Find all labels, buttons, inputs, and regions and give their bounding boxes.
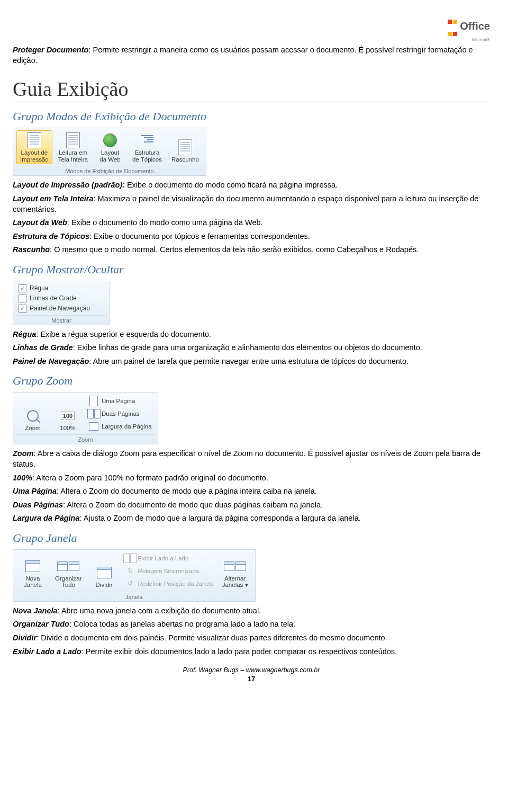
page-number: 17 [13, 675, 490, 683]
btn-rolagem-sincronizada: ⇅ Rolagem Sincronizada [123, 565, 216, 577]
split-icon [96, 565, 112, 581]
sec2-line2: Linhas de Grade: Exibe linhas de grade p… [13, 343, 490, 353]
btn-alternar-janelas[interactable]: Alternar Janelas ▾ [219, 556, 252, 590]
chk-painel-navegacao-row[interactable]: ✓ Painel de Navegação [16, 304, 106, 314]
checkbox-icon [19, 295, 26, 302]
draft-icon [177, 139, 193, 155]
section3-heading: Grupo Zoom [13, 374, 490, 388]
btn-leitura-tela-inteira[interactable]: Leitura em Tela Inteira [55, 130, 92, 164]
sec3-line3: Uma Página: Altera o Zoom do documento d… [13, 486, 490, 497]
percent-100-icon: 100 [60, 408, 76, 424]
arrange-all-icon [60, 558, 76, 574]
btn-layout-impressao[interactable]: Layout de Impressão [16, 130, 52, 164]
outline-icon [139, 132, 155, 148]
sec4-line4: Exibir Lado a Lado: Permite exibir dois … [13, 647, 490, 657]
one-page-icon [89, 396, 98, 406]
sec3-line5: Largura da Página: Ajusta o Zoom de modo… [13, 513, 490, 524]
sec1-line1: Layout de Impressão (padrão): Exibe o do… [13, 180, 490, 191]
ribbon-zoom: Zoom 100 100% Uma Página Duas Páginas La… [13, 392, 158, 444]
new-window-icon [25, 558, 41, 574]
sec4-line3: Dividir: Divide o documento em dois pain… [13, 633, 490, 644]
btn-organizar-tudo[interactable]: Organizar Tudo [51, 556, 86, 590]
ribbon-group-label: Janela [16, 592, 252, 601]
sec1-line2: Layout em Tela Inteira: Maximiza o paine… [13, 194, 490, 215]
web-layout-icon [102, 132, 118, 148]
ribbon-janela: Nova Janela Organizar Tudo Dividir Exibi… [13, 549, 256, 602]
magnifier-icon [25, 408, 41, 424]
sec1-line3: Layout da Web: Exibe o documento do modo… [13, 218, 490, 228]
side-by-side-icon [125, 554, 135, 563]
ribbon-group-label: Zoom [16, 434, 155, 444]
sec4-line1: Nova Janela: Abre uma nova janela com a … [13, 606, 490, 617]
sec3-line4: Duas Páginas: Altera o Zoom do documento… [13, 500, 490, 511]
sec3-line1: Zoom: Abre a caixa de diálogo Zoom para … [13, 449, 490, 469]
reset-window-icon: ↺ [125, 579, 135, 588]
checkbox-checked-icon: ✓ [19, 284, 26, 292]
btn-largura-pagina[interactable]: Largura da Página [86, 420, 155, 433]
two-pages-icon [89, 409, 98, 418]
section2-heading: Grupo Mostrar/Ocultar [13, 263, 490, 276]
btn-layout-web[interactable]: Layout da Web [94, 130, 126, 164]
ribbon-mostrar: ✓ Régua Linhas de Grade ✓ Painel de Nave… [13, 281, 110, 325]
sec1-line4: Estrutura de Tópicos: Exibe o documento … [13, 231, 490, 242]
page-title: Guia Exibição [13, 77, 490, 102]
proteger-label: Proteger Documento [13, 46, 88, 54]
chk-linhas-grade-row[interactable]: Linhas de Grade [16, 293, 106, 304]
checkbox-checked-icon: ✓ [19, 305, 26, 313]
office-logo-icon [447, 15, 458, 39]
sec2-line1: Régua: Exibe a régua superior e esquerda… [13, 329, 490, 340]
btn-dividir[interactable]: Dividir [88, 563, 121, 590]
ribbon-modos-exibicao: Layout de Impressão Leitura em Tela Inte… [13, 128, 206, 176]
btn-exibir-lado-a-lado: Exibir Lado a Lado [123, 552, 216, 565]
footer-author: Prof. Wagner Bugs – www.wagnerbugs.com.b… [13, 666, 490, 674]
btn-uma-pagina[interactable]: Uma Página [86, 395, 155, 407]
fullscreen-reading-icon [65, 132, 81, 148]
chk-regua-row[interactable]: ✓ Régua [16, 283, 106, 293]
print-layout-icon [26, 132, 42, 148]
btn-rascunho[interactable]: Rascunho [168, 137, 203, 165]
page-width-icon [89, 422, 98, 431]
sec3-line2: 100%: Altera o Zoom para 100% no formato… [13, 473, 490, 484]
sec4-line2: Organizar Tudo: Coloca todas as janelas … [13, 619, 490, 630]
brand-text: Office [460, 20, 490, 32]
btn-duas-paginas[interactable]: Duas Páginas [86, 407, 155, 420]
sec2-line3: Painel de Navegação: Abre um painel de t… [13, 356, 490, 367]
btn-estrutura-topicos[interactable]: Estrutura de Tópicos [129, 130, 166, 164]
sec1-line5: Rascunho: O mesmo que o modo normal. Cer… [13, 245, 490, 255]
ribbon-group-label: Modos de Exibição de Documento [16, 166, 203, 175]
ribbon-group-label: Mostrar [16, 315, 106, 325]
btn-zoom[interactable]: Zoom [16, 406, 49, 433]
switch-windows-icon [227, 558, 243, 574]
brand-subtext: Informal® [13, 37, 490, 42]
header-logo: Office Informal® [13, 15, 490, 42]
intro-paragraph: Proteger Documento: Permite restringir a… [13, 45, 490, 66]
sync-scroll-icon: ⇅ [125, 566, 135, 576]
btn-nova-janela[interactable]: Nova Janela [16, 556, 49, 590]
btn-100-percent[interactable]: 100 100% [51, 406, 84, 433]
btn-redefinir-posicao: ↺ Redefinir Posição da Janela [123, 577, 216, 590]
section4-heading: Grupo Janela [13, 531, 490, 545]
section1-heading: Grupo Modos de Exibição de Documento [13, 110, 490, 123]
